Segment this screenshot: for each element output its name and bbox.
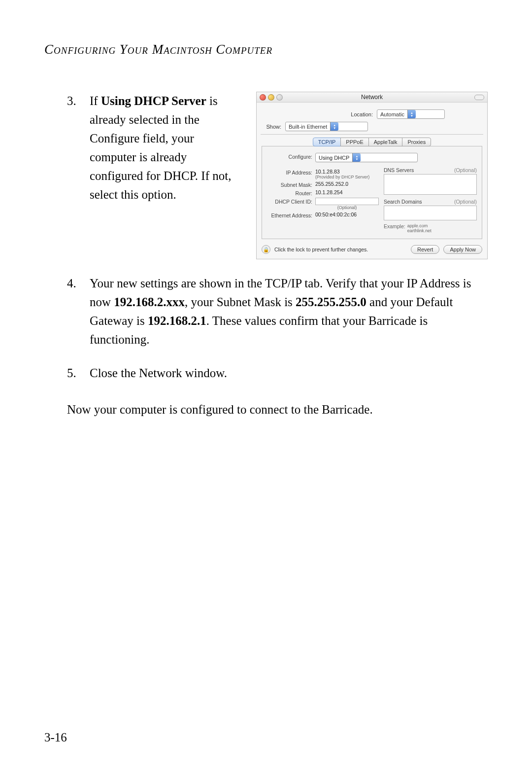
show-select[interactable]: Built-in Ethernet <box>285 122 368 131</box>
ip-note: (Provided by DHCP Server) <box>315 175 379 179</box>
panel-body: Location: Automatic Show: Built-in Ether… <box>257 103 487 259</box>
window-title: Network <box>257 94 487 101</box>
dhcp-client-note: (Optional) <box>315 205 379 210</box>
ethernet-label: Ethernet Address: <box>267 211 315 218</box>
chevron-updown-icon <box>352 153 361 162</box>
step-4-t2: , your Subnet Mask is <box>185 295 296 309</box>
toolbar-pill-icon[interactable] <box>474 95 484 100</box>
content: 3. If Using DHCP Server is already selec… <box>44 92 488 419</box>
step-3-bold: Using DHCP Server <box>101 94 206 107</box>
configure-value: Using DHCP <box>319 155 349 161</box>
location-label: Location: <box>299 111 377 117</box>
step-3-number: 3. <box>67 92 76 110</box>
lock-text: Click the lock to prevent further change… <box>274 246 407 252</box>
step-4-b2: 255.255.255.0 <box>296 295 366 309</box>
router-value: 10.1.28.254 <box>315 189 379 195</box>
step-4-b1: 192.168.2.xxx <box>114 295 185 309</box>
ethernet-value: 00:50:e4:00:2c:06 <box>315 211 379 217</box>
example-2: earthlink.net <box>407 228 477 233</box>
show-label: Show: <box>262 124 285 130</box>
example-1: apple.com <box>407 223 477 228</box>
page-number: 3-16 <box>44 731 67 744</box>
ip-label: IP Address: <box>267 169 315 176</box>
step-3-rest: is already selected in the Configure fie… <box>90 94 231 201</box>
example-label: Example: <box>384 223 407 229</box>
revert-button[interactable]: Revert <box>411 245 439 254</box>
tab-content: Configure: Using DHCP <box>262 146 482 239</box>
search-textbox[interactable] <box>384 206 477 220</box>
show-value: Built-in Ethernet <box>289 124 327 130</box>
location-value: Automatic <box>380 111 404 117</box>
router-label: Router: <box>267 189 315 196</box>
closing-text: Now your computer is configured to conne… <box>67 400 488 419</box>
step-3: 3. If Using DHCP Server is already selec… <box>44 92 242 259</box>
search-label: Search Domains <box>384 199 422 205</box>
search-optional: (Optional) <box>454 199 477 205</box>
step-5: 5. Close the Network window. <box>44 364 488 383</box>
step-3-text: If Using DHCP Server is already selected… <box>90 92 242 259</box>
step-4-b3: 192.168.2.1 <box>148 314 206 327</box>
panel-footer: 🔒 Click the lock to prevent further chan… <box>262 245 482 254</box>
dns-label: DNS Servers <box>384 167 414 173</box>
ip-value: 10.1.28.83 <box>315 169 379 175</box>
dhcp-client-input[interactable] <box>315 198 379 205</box>
step-3-lead: If <box>90 94 101 107</box>
titlebar: Network <box>257 92 487 103</box>
step-4-number: 4. <box>67 274 76 293</box>
left-col: IP Address: 10.1.28.83 (Provided by DHCP… <box>267 167 379 235</box>
tab-proxies[interactable]: Proxies <box>402 138 431 146</box>
step-4-text: Your new settings are shown in the TCP/I… <box>90 274 488 349</box>
two-col: IP Address: 10.1.28.83 (Provided by DHCP… <box>267 167 477 235</box>
document-page: Configuring Your Macintosh Computer 3. I… <box>0 0 532 774</box>
dhcp-client-label: DHCP Client ID: <box>267 198 315 205</box>
tab-tcpip[interactable]: TCP/IP <box>313 138 341 146</box>
step-4: 4. Your new settings are shown in the TC… <box>44 274 488 349</box>
body-steps: 4. Your new settings are shown in the TC… <box>44 274 488 397</box>
configure-select[interactable]: Using DHCP <box>315 153 418 162</box>
step-5-text: Close the Network window. <box>90 364 488 383</box>
divider <box>261 134 483 135</box>
tab-pppoe[interactable]: PPPoE <box>340 138 368 146</box>
tabs: TCP/IP PPPoE AppleTalk Proxies <box>262 138 482 146</box>
chevron-updown-icon <box>407 110 416 118</box>
location-select[interactable]: Automatic <box>377 109 445 119</box>
right-col: DNS Servers (Optional) Search Domains (O… <box>384 167 477 235</box>
tab-appletalk[interactable]: AppleTalk <box>368 138 403 146</box>
page-header: Configuring Your Macintosh Computer <box>44 42 488 57</box>
step-5-number: 5. <box>67 364 76 383</box>
configure-label: Configure: <box>267 153 315 160</box>
subnet-label: Subnet Mask: <box>267 181 315 188</box>
apply-now-button[interactable]: Apply Now <box>443 245 482 254</box>
lock-icon[interactable]: 🔒 <box>262 245 270 254</box>
chevron-updown-icon <box>330 122 338 131</box>
dns-optional: (Optional) <box>454 167 477 173</box>
subnet-value: 255.255.252.0 <box>315 181 379 187</box>
macos-network-panel: Network Location: Automatic Show: <box>256 92 488 259</box>
step-3-wrap: 3. If Using DHCP Server is already selec… <box>44 92 488 259</box>
dns-textbox[interactable] <box>384 174 477 195</box>
